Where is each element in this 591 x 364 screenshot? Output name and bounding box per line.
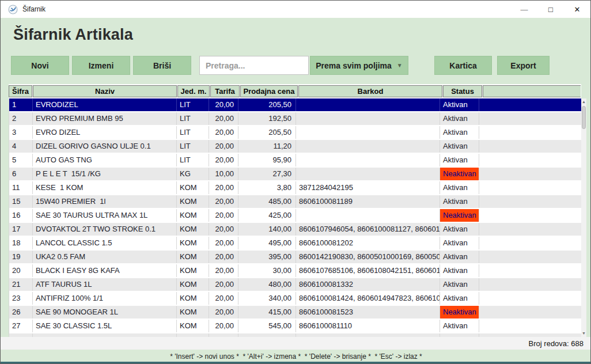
column-header-naziv[interactable]: Naziv bbox=[33, 85, 177, 97]
cell-barkod: 8606100081110 bbox=[296, 320, 440, 332]
cell-cena: 545,00 bbox=[238, 320, 296, 332]
table-row[interactable]: 17DVOTAKTOL 2T TWO STROKE 0.1KOM20,00140… bbox=[9, 223, 581, 237]
cell-jed: KOM bbox=[177, 306, 209, 318]
cell-jed: KOM bbox=[177, 209, 209, 222]
cell-sifra: 5 bbox=[9, 154, 33, 166]
filter-dropdown[interactable]: Prema svim poljima ▼ bbox=[310, 56, 408, 75]
cell-cena: 415,00 bbox=[238, 306, 296, 318]
cell-filler bbox=[479, 140, 581, 153]
table-row[interactable]: 1515W40 PREMIER 1lKOM20,00485,0086061000… bbox=[9, 195, 581, 209]
search-input[interactable] bbox=[199, 56, 309, 75]
cell-sifra: 23 bbox=[9, 292, 33, 305]
cell-status: Aktivan bbox=[440, 292, 479, 305]
cell-jed: LIT bbox=[177, 98, 209, 111]
cell-status: Aktivan bbox=[440, 223, 479, 236]
app-window: Šifarnik — □ ✕ Šifarnik Artikala Novi Iz… bbox=[0, 0, 591, 364]
cell-sifra: 4 bbox=[9, 140, 33, 153]
maximize-button[interactable]: □ bbox=[537, 1, 564, 18]
table-row[interactable]: 18LANCOL CLASSIC 1.5KOM20,00495,00860610… bbox=[9, 237, 581, 251]
cell-barkod: 8606107685106, 8606108042151, 86060183..… bbox=[296, 264, 440, 277]
cell-jed: KG bbox=[177, 168, 209, 180]
table-row[interactable]: 6P E L E T 15/1 /KGKG10,0027,30Neaktivan bbox=[9, 168, 581, 181]
cell-status: Aktivan bbox=[440, 126, 479, 139]
page-title: Šifarnik Artikala bbox=[13, 26, 133, 44]
column-header-cena[interactable]: Prodajna cena bbox=[240, 85, 298, 97]
cell-filler bbox=[479, 320, 581, 332]
table-row[interactable]: 11KESE 1 KOMKOM20,003,803871284042195Akt… bbox=[9, 181, 581, 195]
minimize-button[interactable]: — bbox=[511, 1, 537, 18]
export-button[interactable]: Export bbox=[497, 56, 550, 75]
cell-cena: 140,00 bbox=[238, 223, 296, 236]
table-row[interactable]: 3EVRO DIZELLIT20,00205,50Aktivan bbox=[9, 126, 581, 140]
cell-barkod bbox=[296, 140, 440, 153]
keyboard-hints-bar: * 'Insert' -> novi unos * * 'Alt+i' -> i… bbox=[1, 350, 591, 363]
table-row[interactable]: 16SAE 30 TAURUS ULTRA MAX 1LKOM20,00425,… bbox=[9, 209, 581, 223]
cell-sifra: 1 bbox=[9, 98, 33, 111]
cell-tarifa: 20,00 bbox=[209, 154, 238, 166]
cell-naziv: ATF TAURUS 1L bbox=[33, 278, 177, 291]
cell-naziv: BLACK I EASY 8G KAFA bbox=[33, 264, 177, 277]
table-row[interactable]: 26SAE 90 MONOGEAR 1LKOM20,00415,00860610… bbox=[9, 306, 581, 320]
cell-jed: KOM bbox=[177, 320, 209, 332]
table-row[interactable]: 27SAE 30 CLASSIC 1.5LKOM20,00545,0086061… bbox=[9, 320, 581, 333]
cell-jed: LIT bbox=[177, 154, 209, 166]
cell-sifra: 18 bbox=[9, 237, 33, 249]
cell-status: Neaktivan bbox=[440, 209, 479, 222]
scroll-down-icon[interactable]: ▼ bbox=[581, 331, 586, 336]
column-header-barkod[interactable]: Barkod bbox=[298, 85, 442, 97]
cell-tarifa: 20,00 bbox=[209, 112, 238, 125]
table-row[interactable]: 21ATF TAURUS 1LKOM20,00480,0086061000813… bbox=[9, 278, 581, 292]
scrollbar-thumb[interactable] bbox=[582, 106, 586, 129]
cell-cena: 192,50 bbox=[238, 112, 296, 125]
table-row[interactable]: 1EVRODIZELLIT20,00205,50Aktivan bbox=[9, 98, 581, 112]
cell-cena: 495,00 bbox=[238, 237, 296, 249]
cell-jed: LIT bbox=[177, 140, 209, 153]
vertical-scrollbar[interactable]: ▲ ▼ bbox=[581, 98, 586, 337]
table-row[interactable]: 23ANTIFRIZ 100% 1/1KOM20,00340,008606100… bbox=[9, 292, 581, 306]
cell-naziv: UKA2 0.5 FAM bbox=[33, 251, 177, 263]
cell-barkod: 8600142190830, 8600501000169, 86005010..… bbox=[296, 251, 440, 263]
cell-barkod: 3871284042195 bbox=[296, 181, 440, 194]
cell-jed: LIT bbox=[177, 126, 209, 139]
column-header-jed[interactable]: Jed. m. bbox=[177, 85, 210, 97]
cell-status: Aktivan bbox=[440, 237, 479, 249]
title-bar: Šifarnik — □ ✕ bbox=[1, 1, 590, 18]
cell-sifra: 16 bbox=[9, 209, 33, 222]
cell-status: Aktivan bbox=[440, 140, 479, 153]
column-header-filler[interactable] bbox=[483, 85, 581, 97]
cell-naziv: P E L E T 15/1 /KG bbox=[33, 168, 177, 180]
cell-naziv: AUTO GAS TNG bbox=[33, 154, 177, 166]
column-header-sifra[interactable]: Šifra bbox=[9, 85, 32, 97]
cell-barkod: 8606100081202 bbox=[296, 237, 440, 249]
cell-tarifa: 20,00 bbox=[209, 98, 238, 111]
brisi-button[interactable]: Briši bbox=[133, 56, 191, 75]
novi-button[interactable]: Novi bbox=[11, 56, 69, 75]
table-row[interactable]: 20BLACK I EASY 8G KAFAKOM20,0030,0086061… bbox=[9, 264, 581, 278]
cell-filler bbox=[479, 209, 581, 222]
cell-filler bbox=[479, 223, 581, 236]
cell-jed: KOM bbox=[177, 181, 209, 194]
cell-naziv: SAE 30 TAURUS ULTRA MAX 1L bbox=[33, 209, 177, 222]
close-button[interactable]: ✕ bbox=[564, 1, 590, 18]
table-row[interactable]: 2EVRO PREMIUM BMB 95LIT20,00192,50Aktiva… bbox=[9, 112, 581, 126]
cell-tarifa: 20,00 bbox=[209, 278, 238, 291]
cell-status: Neaktivan bbox=[440, 168, 479, 180]
cell-filler bbox=[479, 181, 581, 194]
column-header-status[interactable]: Status bbox=[443, 85, 482, 97]
cell-barkod bbox=[296, 126, 440, 139]
cell-naziv: EVRO DIZEL bbox=[33, 126, 177, 139]
cell-filler bbox=[479, 154, 581, 166]
cell-jed: KOM bbox=[177, 278, 209, 291]
column-header-tarifa[interactable]: Tarifa bbox=[210, 85, 240, 97]
table-row[interactable]: 5AUTO GAS TNGLIT20,0095,90Aktivan bbox=[9, 154, 581, 168]
cell-filler bbox=[479, 251, 581, 263]
cell-filler bbox=[479, 112, 581, 125]
izmeni-button[interactable]: Izmeni bbox=[72, 56, 130, 75]
scroll-up-icon[interactable]: ▲ bbox=[581, 99, 586, 105]
cell-barkod bbox=[296, 168, 440, 180]
cell-tarifa: 10,00 bbox=[209, 168, 238, 180]
cell-cena: 395,00 bbox=[238, 251, 296, 263]
kartica-button[interactable]: Kartica bbox=[434, 56, 492, 75]
table-row[interactable]: 4DIZEL GORIVO GASNO ULJE 0.1LIT20,0011,2… bbox=[9, 140, 581, 154]
table-row[interactable]: 19UKA2 0.5 FAMKOM20,00395,00860014219083… bbox=[9, 251, 581, 264]
